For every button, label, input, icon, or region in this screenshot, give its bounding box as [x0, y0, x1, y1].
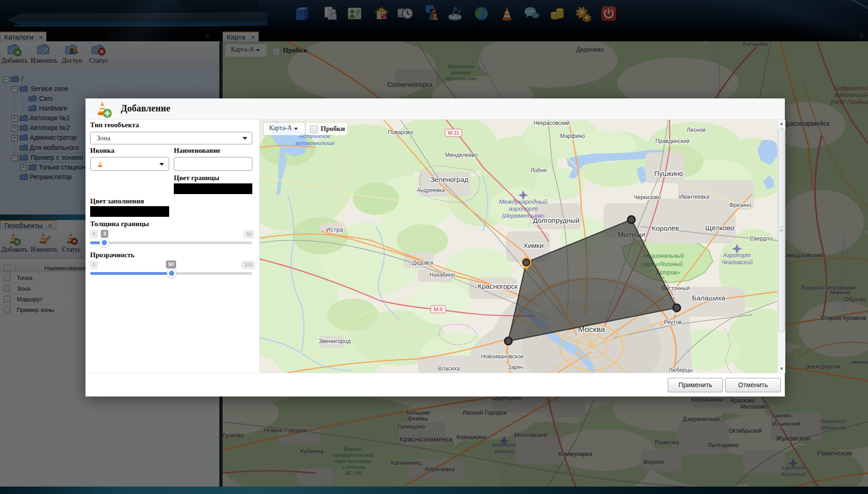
svg-text:Некрасовский: Некрасовский [533, 120, 570, 126]
svg-text:Чкаловский: Чкаловский [721, 259, 752, 266]
svg-text:Аэропорт: Аэропорт [723, 252, 751, 259]
svg-text:Ивантеевка: Ивантеевка [679, 194, 710, 200]
svg-text:Правдинский: Правдинский [655, 138, 689, 144]
svg-text:М-9: М-9 [434, 306, 443, 312]
svg-text:Менделеево: Менделеево [445, 152, 478, 158]
svg-text:Балашиха: Балашиха [692, 294, 725, 302]
svg-text:аэропорт: аэропорт [509, 205, 538, 212]
svg-text:Реутов: Реутов [664, 319, 682, 325]
svg-text:Лобня: Лобня [531, 167, 547, 174]
svg-text:Фрязино: Фрязино [729, 202, 751, 208]
svg-text:водохранилище: водохранилище [296, 140, 335, 146]
svg-text:Шереметьево: Шереметьево [502, 212, 545, 219]
svg-text:Международный: Международный [499, 198, 548, 205]
svg-text:Власиха: Власиха [438, 365, 460, 372]
svg-text:Пушкино: Пушкино [654, 169, 683, 177]
svg-text:Марфино: Марфино [560, 133, 585, 139]
svg-text:Королёв: Королёв [652, 224, 679, 232]
svg-text:М-11: М-11 [448, 130, 459, 136]
svg-text:Щёлково: Щёлково [705, 224, 734, 232]
svg-text:Поварово: Поварово [388, 129, 414, 136]
svg-text:Дедовск: Дедовск [412, 260, 434, 266]
svg-text:Новоивановское: Новоивановское [481, 353, 524, 360]
svg-text:Лесной: Лесной [687, 127, 706, 133]
svg-text:Андреевка: Андреевка [417, 187, 445, 194]
svg-text:Зареч: Зареч [507, 364, 523, 370]
svg-text:Черкизово: Черкизово [634, 194, 661, 201]
svg-text:Зеленоград: Зеленоград [430, 176, 468, 183]
svg-text:Истра: Истра [326, 226, 343, 233]
svg-text:Свердло: Свердло [750, 235, 773, 242]
svg-text:Люберцы: Люберцы [669, 367, 693, 373]
svg-text:Нахабино: Нахабино [430, 272, 455, 278]
svg-text:Звенигород: Звенигород [318, 338, 351, 344]
svg-text:Красногорск: Красногорск [478, 282, 518, 290]
svg-text:Химки: Химки [523, 241, 544, 249]
